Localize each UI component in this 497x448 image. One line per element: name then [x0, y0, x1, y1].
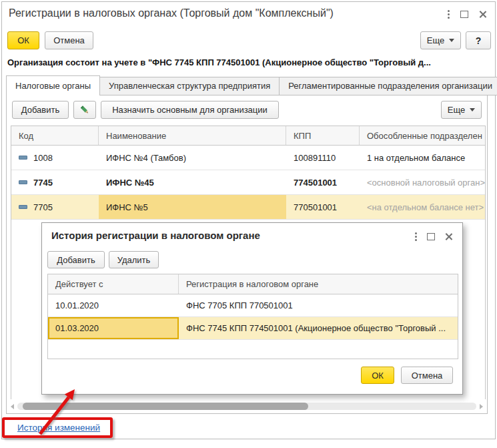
column-header-name[interactable]: Наименование [99, 126, 286, 145]
table-header-row: Код Наименование КПП Обособленные подраз… [11, 126, 486, 146]
dialog-cancel-button[interactable]: Отмена [401, 367, 453, 384]
table-row-selected[interactable]: 01.03.2020 ФНС 7745 КПП 774501001 (Акцио… [48, 317, 458, 340]
cancel-button[interactable]: Отмена [45, 31, 93, 49]
table-row[interactable]: 10.01.2020 ФНС 7705 КПП 770501001 [48, 294, 458, 317]
cell-kpp[interactable]: 774501001 [286, 170, 360, 194]
registration-history-dialog: История регистрации в налоговом органе Д… [41, 222, 463, 395]
column-header-kpp[interactable]: КПП [286, 126, 360, 145]
registration-info-text: Организация состоит на учете в "ФНС 7745… [7, 57, 431, 67]
ok-button[interactable]: ОК [7, 31, 39, 49]
cell-code[interactable]: 1008 [11, 146, 99, 170]
code-value: 1008 [33, 153, 53, 163]
chevron-down-icon [449, 39, 454, 42]
column-header-code[interactable]: Код [11, 126, 99, 145]
window-controls [446, 9, 487, 19]
column-header-effective-date[interactable]: Действует с [48, 274, 179, 294]
column-header-subdivisions[interactable]: Обособленные подразделен [360, 126, 486, 145]
add-button[interactable]: Добавить [12, 101, 69, 119]
row-marker-icon [19, 205, 27, 209]
dialog-maximize-icon[interactable] [427, 233, 435, 240]
horizontal-scrollbar[interactable] [9, 402, 484, 411]
column-header-registration[interactable]: Регистрация в налоговом органе [179, 274, 458, 294]
dialog-add-button[interactable]: Добавить [47, 251, 105, 268]
edit-button[interactable] [73, 101, 96, 119]
panel-more-label: Еще [448, 105, 465, 115]
code-value: 7745 [33, 178, 53, 188]
scroll-right-icon[interactable] [480, 404, 483, 409]
panel-more-button[interactable]: Еще [441, 101, 482, 119]
table-row[interactable]: 1008 ИФНС №4 (Тамбов) 100891110 1 на отд… [11, 146, 486, 170]
cell-name-focused[interactable]: ИФНС №5 [99, 195, 286, 219]
cell-code[interactable]: 7745 [11, 170, 99, 194]
window-title: Регистрации в налоговых органах (Торговы… [9, 7, 334, 19]
history-of-changes-link[interactable]: История изменений [17, 423, 100, 433]
cell-date[interactable]: 10.01.2020 [48, 294, 179, 316]
cell-registration[interactable]: ФНС 7705 КПП 770501001 [179, 294, 458, 316]
table-row[interactable]: 7745 ИФНС №45 774501001 <основной налого… [11, 170, 486, 195]
row-marker-icon [19, 156, 27, 160]
dialog-menu-icon[interactable] [414, 232, 418, 241]
cell-subdivisions[interactable]: <основной налоговый орган> [360, 170, 486, 194]
dialog-delete-button[interactable]: Удалить [109, 251, 159, 268]
cell-subdivisions[interactable]: 1 на отдельном балансе [360, 146, 486, 170]
table-header-row: Действует с Регистрация в налоговом орга… [48, 274, 458, 294]
cell-name[interactable]: ИФНС №4 (Тамбов) [99, 146, 286, 170]
scrollbar-track[interactable] [17, 403, 476, 410]
cell-kpp[interactable]: 100891110 [286, 146, 360, 170]
tab-bar: Налоговые органы Управленческая структур… [6, 75, 497, 95]
cell-code[interactable]: 7705 [11, 195, 99, 219]
scrollbar-thumb[interactable] [23, 403, 308, 410]
dialog-close-icon[interactable] [444, 232, 453, 241]
more-button-label: Еще [427, 35, 444, 45]
cell-registration[interactable]: ФНС 7745 КПП 774501001 (Акционерное обще… [179, 317, 458, 339]
chevron-down-icon [470, 108, 475, 111]
assign-main-button[interactable]: Назначить основным для организации [101, 101, 279, 119]
code-value: 7705 [33, 202, 53, 212]
tab-tax-authorities[interactable]: Налоговые органы [6, 75, 100, 95]
window-maximize-icon[interactable] [460, 11, 468, 18]
cell-name[interactable]: ИФНС №45 [99, 170, 286, 194]
row-marker-icon [19, 180, 27, 184]
cell-subdivisions[interactable]: <на отдельном балансе нет> [360, 195, 486, 219]
help-button[interactable]: ? [466, 31, 491, 49]
pencil-icon [79, 104, 91, 116]
window-menu-icon[interactable] [446, 9, 450, 19]
registration-history-table: Действует с Регистрация в налоговом орга… [47, 274, 458, 359]
dialog-title: История регистрации в налоговом органе [51, 230, 260, 241]
cell-kpp[interactable]: 770501001 [286, 195, 360, 219]
window-close-icon[interactable] [478, 10, 487, 19]
dialog-window-controls [414, 232, 453, 241]
scroll-left-icon[interactable] [11, 404, 14, 409]
tab-management-structure[interactable]: Управленческая структура предприятия [99, 77, 280, 95]
cell-date-focused[interactable]: 01.03.2020 [48, 317, 179, 339]
dialog-ok-button[interactable]: ОК [361, 367, 394, 384]
table-row-selected[interactable]: 7705 ИФНС №5 770501001 <на отдельном бал… [11, 195, 486, 220]
tab-regulated-subdivisions[interactable]: Регламентированные подразделения организ… [279, 77, 497, 95]
more-button[interactable]: Еще [420, 31, 461, 49]
